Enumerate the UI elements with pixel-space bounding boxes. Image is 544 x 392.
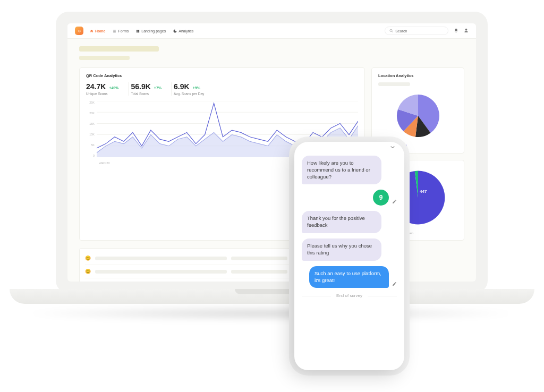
bot-message: Please tell us why you chose this rating [302,238,381,261]
main-nav: Home Forms Landing pages Analytics [90,29,193,33]
laptop-base [10,289,534,304]
page-body: QR Code Analytics 24.7K+49% Unique Scans… [67,39,476,282]
stat-unique-label: Unique Scans [86,92,118,96]
svg-point-1 [79,30,80,31]
ytick: 25K [86,101,95,104]
nav-home-label: Home [95,29,105,33]
xlabel: WED 20 [99,161,109,165]
location-analytics-card: Location Analytics [371,67,464,154]
qr-card-title: QR Code Analytics [86,73,358,78]
stat-avg-delta: +9% [193,86,200,90]
edit-icon[interactable] [392,282,397,288]
desktop-app: Home Forms Landing pages Analytics [67,23,476,282]
end-of-survey-label: End of survey [302,293,397,299]
nav-analytics[interactable]: Analytics [173,29,193,33]
loc-card-title: Location Analytics [378,73,457,78]
search-box[interactable] [385,27,448,35]
stat-unique-value: 24.7K [86,82,106,91]
nav-analytics-label: Analytics [178,29,193,33]
location-pie-chart [378,89,457,142]
stat-avg-value: 6.9K [174,82,190,91]
stat-total-label: Total Scans [131,92,162,96]
ytick: 20K [86,112,95,115]
laptop-frame: Home Forms Landing pages Analytics [56,12,488,293]
loc-skel [378,82,410,86]
qr-stats: 24.7K+49% Unique Scans 56.9K+7% Total Sc… [86,82,358,96]
stat-unique-delta: +49% [109,86,118,90]
profile-icon[interactable] [464,28,469,33]
ytick: 15K [86,122,95,125]
nav-landing-label: Landing pages [141,29,166,33]
stat-total-value: 56.9K [131,82,150,91]
subtitle-skeleton [79,56,130,60]
app-logo[interactable] [75,27,83,35]
emoji-icon: 😊 [85,269,91,274]
nav-landing[interactable]: Landing pages [136,29,166,33]
svg-point-0 [78,30,79,31]
chevron-down-icon[interactable] [389,143,396,152]
ytick: 0 [86,154,95,157]
user-message: Such an easy to use platform, it's great… [309,266,389,288]
topbar: Home Forms Landing pages Analytics [67,23,476,39]
ytick: 5K [86,143,95,147]
donut-main-count: 447 [420,189,427,194]
ytick: 10K [86,133,95,136]
nps-score-bubble: 9 [373,190,389,206]
emoji-icon: 😊 [85,255,91,261]
nav-forms[interactable]: Forms [113,29,129,33]
title-skeleton [79,46,159,52]
nav-home[interactable]: Home [90,29,105,33]
nav-forms-label: Forms [118,29,129,33]
edit-icon[interactable] [392,199,397,206]
bot-message: How likely are you to recommend us to a … [302,156,381,184]
search-input[interactable] [395,29,444,33]
search-icon [389,29,393,33]
stat-total-delta: +7% [154,86,162,90]
phone-mockup: How likely are you to recommend us to a … [294,142,404,370]
stat-avg-label: Avg. Scans per Day [174,92,204,96]
notifications-icon[interactable] [454,28,458,33]
survey-chat: How likely are you to recommend us to a … [294,154,404,370]
bot-message: Thank you for the positive feedback [302,211,381,233]
